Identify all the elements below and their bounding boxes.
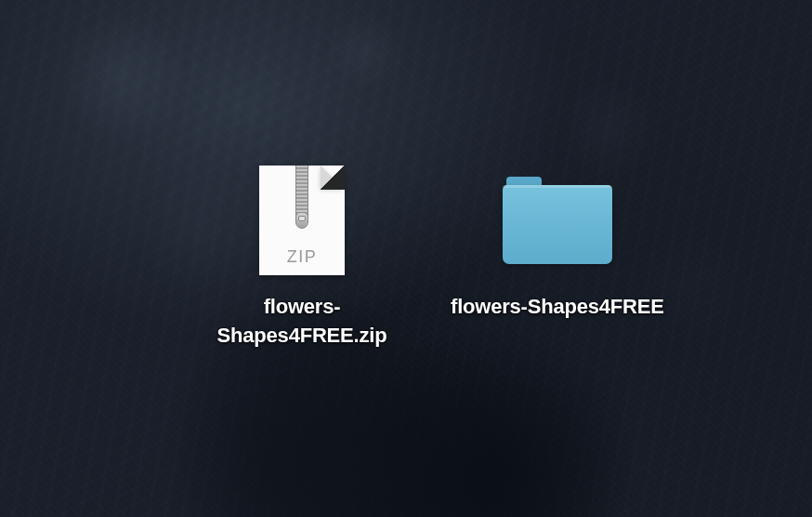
desktop-item-label: flowers-Shapes4FREE.zip [195,292,409,350]
desktop-item-folder[interactable]: flowers-Shapes4FREE [451,166,664,321]
zip-file-icon: ZIP [259,166,345,275]
zip-badge-text: ZIP [259,247,345,267]
desktop-item-label: flowers-Shapes4FREE [451,292,664,321]
desktop-item-zip[interactable]: ZIP flowers-Shapes4FREE.zip [195,166,409,350]
desktop-area[interactable]: ZIP flowers-Shapes4FREE.zip flowers-Shap… [0,0,812,517]
folder-icon [503,166,612,275]
